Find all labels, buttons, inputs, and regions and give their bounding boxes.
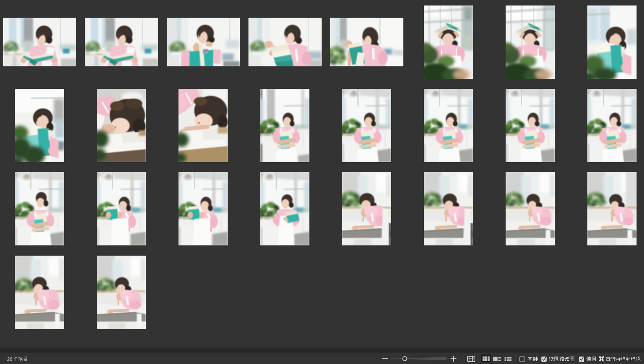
svg-text:26: 26	[7, 357, 13, 362]
